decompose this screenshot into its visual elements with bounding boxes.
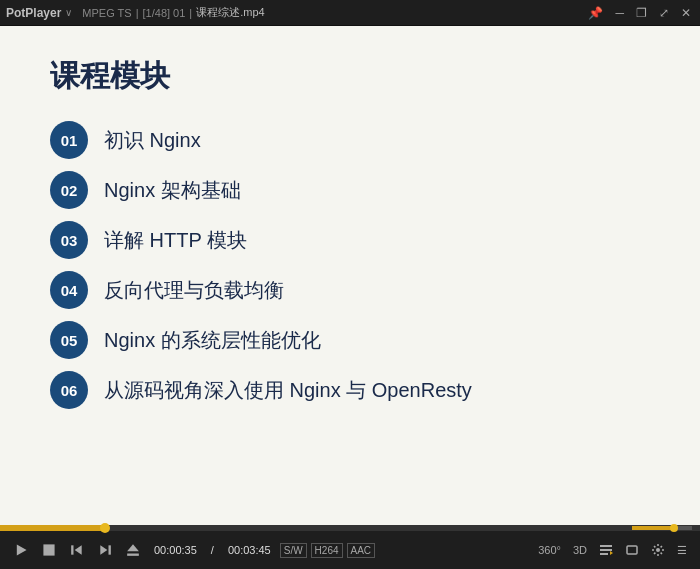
course-item: 03 详解 HTTP 模块 [50, 221, 650, 259]
volume-handle[interactable] [670, 524, 678, 532]
svg-marker-2 [75, 545, 82, 554]
course-number: 01 [50, 121, 88, 159]
svg-rect-10 [600, 553, 608, 555]
controls-row: 00:00:35 / 00:03:45 S/W H264 AAC 360° 3D [0, 531, 700, 569]
settings-button[interactable] [646, 540, 670, 560]
h264-tag[interactable]: H264 [311, 543, 343, 558]
divider-1: | [136, 7, 139, 19]
menu-button[interactable]: ☰ [672, 541, 692, 560]
svg-rect-12 [627, 546, 637, 554]
course-text: 从源码视角深入使用 Nginx 与 OpenResty [104, 377, 472, 404]
svg-marker-11 [610, 551, 613, 555]
course-item: 04 反向代理与负载均衡 [50, 271, 650, 309]
svg-rect-8 [600, 545, 612, 547]
capture-button[interactable] [620, 540, 644, 560]
sw-tag[interactable]: S/W [280, 543, 307, 558]
course-text: 初识 Nginx [104, 127, 201, 154]
right-controls: 360° 3D ☰ [533, 540, 692, 560]
prev-button[interactable] [64, 539, 90, 561]
video-area: 课程模块 01 初识 Nginx 02 Nginx 架构基础 03 详解 HTT… [0, 26, 700, 525]
volume-track[interactable] [632, 526, 692, 530]
video-content: 课程模块 01 初识 Nginx 02 Nginx 架构基础 03 详解 HTT… [0, 26, 700, 525]
divider-2: | [189, 7, 192, 19]
current-time: 00:00:35 [154, 544, 197, 556]
aac-tag[interactable]: AAC [347, 543, 376, 558]
svg-rect-5 [109, 545, 111, 554]
course-text: 详解 HTTP 模块 [104, 227, 247, 254]
playlist-button[interactable] [594, 540, 618, 560]
close-button[interactable]: ✕ [678, 4, 694, 22]
window-controls: 📌 ─ ❐ ⤢ ✕ [585, 4, 694, 22]
course-item: 01 初识 Nginx [50, 121, 650, 159]
pin-button[interactable]: 📌 [585, 4, 606, 22]
file-index: [1/48] 01 [143, 7, 186, 19]
svg-rect-9 [600, 549, 612, 551]
app-name[interactable]: PotPlayer [6, 6, 61, 20]
course-text: Nginx 的系统层性能优化 [104, 327, 321, 354]
play-button[interactable] [8, 539, 34, 561]
progress-bar[interactable] [0, 525, 700, 531]
course-item: 05 Nginx 的系统层性能优化 [50, 321, 650, 359]
svg-rect-7 [127, 554, 139, 556]
course-title: 课程模块 [50, 56, 650, 97]
restore-button[interactable]: ❐ [633, 4, 650, 22]
course-list: 01 初识 Nginx 02 Nginx 架构基础 03 详解 HTTP 模块 … [50, 121, 650, 409]
total-time: 00:03:45 [228, 544, 271, 556]
360-button[interactable]: 360° [533, 541, 566, 559]
maximize-button[interactable]: ⤢ [656, 4, 672, 22]
course-item: 02 Nginx 架构基础 [50, 171, 650, 209]
stop-button[interactable] [36, 539, 62, 561]
course-text: 反向代理与负载均衡 [104, 277, 284, 304]
svg-point-13 [656, 548, 660, 552]
svg-marker-6 [127, 544, 139, 551]
course-number: 02 [50, 171, 88, 209]
next-button[interactable] [92, 539, 118, 561]
course-text: Nginx 架构基础 [104, 177, 241, 204]
volume-fill [632, 526, 674, 530]
app-dropdown[interactable]: ∨ [65, 7, 72, 18]
svg-rect-3 [71, 545, 73, 554]
svg-marker-4 [100, 545, 107, 554]
title-bar: PotPlayer ∨ MPEG TS | [1/48] 01 | 课程综述.m… [0, 0, 700, 26]
course-module: 课程模块 01 初识 Nginx 02 Nginx 架构基础 03 详解 HTT… [50, 56, 650, 409]
course-number: 04 [50, 271, 88, 309]
bottom-bar: 00:00:35 / 00:03:45 S/W H264 AAC 360° 3D [0, 525, 700, 569]
course-number: 06 [50, 371, 88, 409]
minimize-button[interactable]: ─ [612, 4, 627, 22]
progress-fill [0, 525, 105, 531]
course-number: 05 [50, 321, 88, 359]
progress-handle[interactable] [100, 523, 110, 533]
3d-button[interactable]: 3D [568, 541, 592, 559]
svg-marker-0 [17, 544, 27, 555]
course-item: 06 从源码视角深入使用 Nginx 与 OpenResty [50, 371, 650, 409]
course-number: 03 [50, 221, 88, 259]
eject-button[interactable] [120, 539, 146, 561]
format-tag: MPEG TS [82, 7, 131, 19]
svg-rect-1 [43, 544, 54, 555]
file-name: 课程综述.mp4 [196, 5, 585, 20]
time-separator: / [211, 544, 214, 556]
